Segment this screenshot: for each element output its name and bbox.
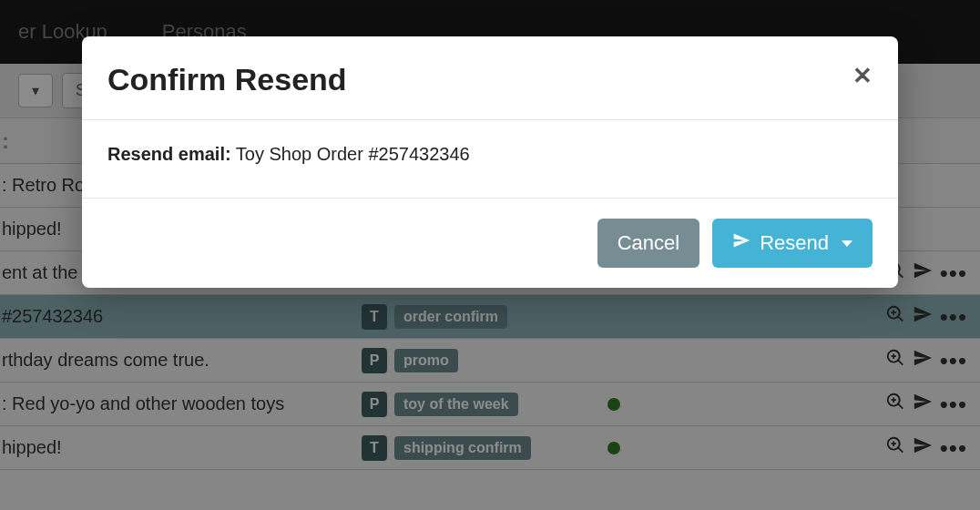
modal-body: Resend email: Toy Shop Order #257432346 <box>82 120 898 199</box>
close-icon[interactable]: ✕ <box>852 62 873 90</box>
resend-value: Toy Shop Order #257432346 <box>236 144 470 164</box>
cancel-button[interactable]: Cancel <box>597 219 699 268</box>
caret-down-icon <box>842 240 852 247</box>
modal-footer: Cancel Resend <box>82 199 898 288</box>
modal-overlay: Confirm Resend ✕ Resend email: Toy Shop … <box>0 0 980 510</box>
resend-button-label: Resend <box>760 231 829 255</box>
confirm-resend-modal: Confirm Resend ✕ Resend email: Toy Shop … <box>82 36 898 288</box>
send-icon <box>732 231 750 255</box>
resend-label: Resend email: <box>107 144 231 164</box>
modal-title: Confirm Resend <box>107 62 347 97</box>
resend-button[interactable]: Resend <box>712 219 873 268</box>
